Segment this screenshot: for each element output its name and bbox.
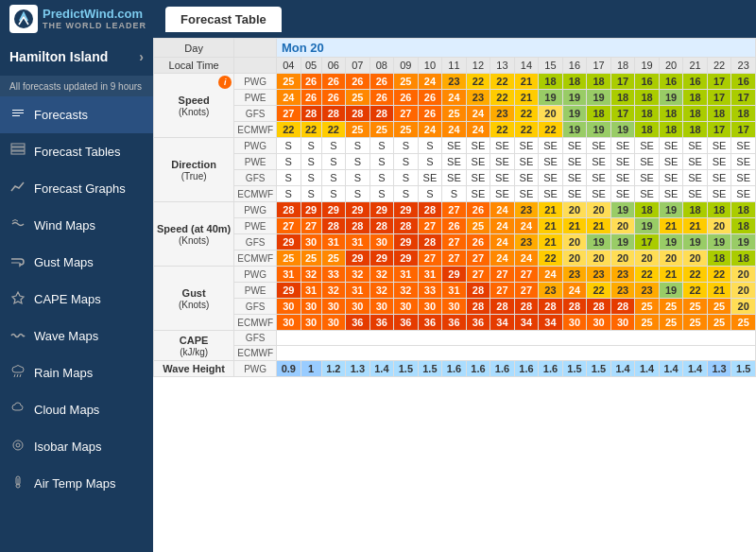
cell: 26 <box>442 218 467 234</box>
cell: 17 <box>635 234 660 250</box>
cell: 20 <box>562 202 587 218</box>
speed-pwe-row: PWE 24 26 26 25 26 26 26 24 23 22 21 19 … <box>154 90 756 106</box>
cell: 25 <box>321 250 346 267</box>
cell: 19 <box>587 234 611 250</box>
cell: 27 <box>418 250 442 267</box>
cell: 31 <box>321 234 346 250</box>
cell: 26 <box>321 74 346 90</box>
logo: PredictWind.com THE WORLD LEADER <box>9 5 146 33</box>
cell: 28 <box>277 202 301 218</box>
cell: 29 <box>442 267 467 283</box>
cell: 18 <box>635 106 660 122</box>
cell: 17 <box>707 74 731 90</box>
cell: 1.5 <box>587 361 611 377</box>
cell: 28 <box>418 202 442 218</box>
cell: 19 <box>562 90 587 106</box>
cell: 30 <box>442 299 467 315</box>
cell: SE <box>539 186 563 202</box>
cell: 23 <box>610 283 635 299</box>
cape-gfs-row: CAPE(kJ/kg) GFS <box>154 331 756 346</box>
cell: SE <box>587 186 611 202</box>
cell: 29 <box>369 202 394 218</box>
cell: S <box>394 138 419 154</box>
speed-gfs-source: GFS <box>234 106 277 122</box>
sidebar-item-wave-maps[interactable]: Wave Maps <box>0 318 153 354</box>
cell: 17 <box>610 106 635 122</box>
cell: 26 <box>369 74 394 90</box>
cell: 23 <box>514 234 539 250</box>
sidebar-item-isobar-maps[interactable]: Isobar Maps <box>0 428 153 465</box>
gust-gfs-row: GFS 30 30 30 30 30 30 30 30 28 28 28 28 … <box>154 299 756 315</box>
cell: 36 <box>418 315 442 331</box>
sidebar-item-label-forecasts: Forecasts <box>34 108 88 122</box>
forecast-table-tab[interactable]: Forecast Table <box>165 7 282 32</box>
cell: S <box>321 170 346 186</box>
cell: 20 <box>610 250 635 267</box>
sidebar-location[interactable]: Hamilton Island › <box>0 38 153 77</box>
cell: 36 <box>369 315 394 331</box>
sidebar-item-wind-maps[interactable]: Wind Maps <box>0 207 153 244</box>
cell: 25 <box>707 299 731 315</box>
direction-pwg-row: Direction(True) PWG SSSSSSSSESESESESESES… <box>154 138 756 154</box>
cell: SE <box>562 154 587 170</box>
cell: 30 <box>277 315 301 331</box>
cell: 1.2 <box>321 361 346 377</box>
cell: 18 <box>731 106 756 122</box>
sidebar-item-label-gust-maps: Gust Maps <box>34 255 94 269</box>
cell: 24 <box>418 122 442 138</box>
cell: 1.3 <box>707 361 731 377</box>
cell: 36 <box>442 315 467 331</box>
cell: 27 <box>490 267 515 283</box>
cell: 27 <box>466 267 490 283</box>
cell: 1.4 <box>610 361 635 377</box>
cell: 30 <box>346 299 370 315</box>
cell: 28 <box>369 106 394 122</box>
cell: 22 <box>683 267 708 283</box>
sidebar-item-cloud-maps[interactable]: Cloud Maps <box>0 391 153 428</box>
sidebar-item-rain-maps[interactable]: Rain Maps <box>0 354 153 391</box>
app-header: PredictWind.com THE WORLD LEADER Forecas… <box>0 0 756 38</box>
sidebar-item-cape-maps[interactable]: CAPE Maps <box>0 281 153 318</box>
cell: 25 <box>346 122 370 138</box>
cell: S <box>369 170 394 186</box>
cell: 18 <box>659 106 683 122</box>
cell: 22 <box>514 106 539 122</box>
cell: 23 <box>442 74 467 90</box>
cell: 21 <box>707 283 731 299</box>
cell: 27 <box>394 106 419 122</box>
svg-line-5 <box>17 374 18 377</box>
cell: 23 <box>635 283 660 299</box>
direction-gfs-row: GFS SSSSSSSESESESESESESESESESESESESESE <box>154 170 756 186</box>
gust-gfs-source: GFS <box>234 299 277 315</box>
cell: 17 <box>610 74 635 90</box>
sidebar-item-forecast-tables[interactable]: Forecast Tables <box>0 133 153 170</box>
cell: 16 <box>683 74 708 90</box>
cell: 29 <box>394 234 419 250</box>
cell: S <box>346 170 370 186</box>
cell: 29 <box>321 202 346 218</box>
cell: 24 <box>466 122 490 138</box>
cell: 25 <box>277 250 301 267</box>
cell: 25 <box>683 299 708 315</box>
forecasts-icon <box>9 106 26 124</box>
time-18: 18 <box>610 58 635 74</box>
location-arrow-icon: › <box>139 49 144 64</box>
sidebar-item-forecast-graphs[interactable]: Forecast Graphs <box>0 170 153 207</box>
sidebar-item-air-temp-maps[interactable]: Air Temp Maps <box>0 465 153 502</box>
cell: 32 <box>301 267 321 283</box>
wave-height-label: Wave Height <box>154 361 234 377</box>
cell: 31 <box>442 283 467 299</box>
cell: 18 <box>635 90 660 106</box>
sidebar-item-gust-maps[interactable]: Gust Maps <box>0 244 153 281</box>
sidebar-item-forecasts[interactable]: Forecasts <box>0 96 153 133</box>
time-22: 22 <box>707 58 731 74</box>
speed40-label: Speed (at 40m)(Knots) <box>154 202 234 267</box>
cell: SE <box>466 170 490 186</box>
cell: 21 <box>587 218 611 234</box>
sidebar-item-label-wave-maps: Wave Maps <box>34 329 98 343</box>
speed-gfs-row: GFS 27 28 28 28 28 27 26 25 24 23 22 20 … <box>154 106 756 122</box>
cell: 26 <box>394 90 419 106</box>
cell: 28 <box>587 299 611 315</box>
speed40-pwg-source: PWG <box>234 202 277 218</box>
cell: 30 <box>369 234 394 250</box>
